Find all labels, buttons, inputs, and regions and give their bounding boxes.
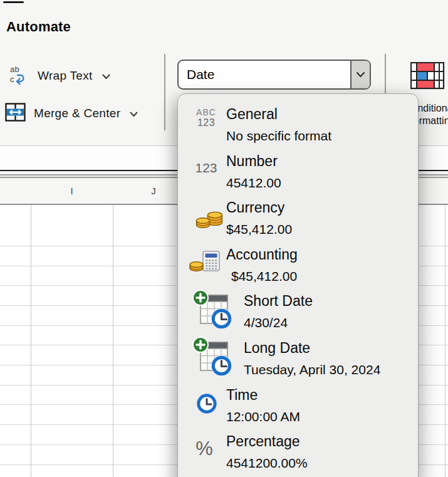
percent-icon: %: [193, 438, 216, 460]
menu-item-time[interactable]: Time 12:00:00 AM: [178, 385, 418, 432]
excel-window: { "ribbon": { "tab_label": "Automate", "…: [0, 0, 448, 477]
number-format-combobox[interactable]: Date: [177, 60, 371, 90]
menu-item-long-date[interactable]: Long Date Tuesday, April 30, 2024: [178, 338, 418, 385]
column-header-i[interactable]: I: [31, 178, 113, 204]
calculator-coin-icon: [188, 250, 224, 276]
ribbon-tab-automate[interactable]: Automate: [6, 19, 71, 35]
menu-item-currency[interactable]: Currency $45,412.00: [178, 197, 418, 244]
123-icon: 123: [194, 160, 219, 176]
chevron-down-icon: [356, 71, 365, 78]
merge-center-icon: [5, 103, 26, 125]
wrap-text-icon: ab c: [8, 64, 29, 88]
chevron-down-icon: [102, 69, 110, 83]
grid-column-line: [445, 178, 445, 477]
conditional-formatting-button[interactable]: [410, 62, 445, 92]
conditional-formatting-icon: [410, 62, 445, 90]
active-tab-underline: [3, 1, 24, 3]
merge-center-button[interactable]: Merge & Center: [5, 103, 138, 124]
coins-icon: [195, 207, 224, 231]
menu-item-percentage[interactable]: % Percentage 4541200.00%: [178, 431, 418, 477]
menu-item-accounting[interactable]: Accounting $45,412.00: [178, 244, 418, 291]
clock-icon: [196, 393, 217, 417]
chevron-down-icon: [130, 107, 138, 120]
number-format-value: Date: [179, 67, 350, 82]
calendar-clock-icon: [192, 337, 234, 379]
grid-column-line: [113, 178, 113, 477]
number-format-menu: ABC123 General No specific format 123 Nu…: [177, 93, 419, 477]
merge-center-label: Merge & Center: [34, 107, 120, 120]
abc-123-icon: ABC123: [194, 108, 218, 128]
wrap-text-label: Wrap Text: [38, 69, 93, 83]
menu-item-short-date[interactable]: Short Date 4/30/24: [178, 291, 418, 338]
calendar-clock-icon: [192, 290, 234, 332]
svg-text:ab: ab: [10, 65, 19, 74]
grid-column-line: [31, 178, 31, 477]
ribbon-group-divider: [164, 54, 165, 130]
menu-item-general[interactable]: ABC123 General No specific format: [178, 104, 418, 151]
combobox-dropdown-button[interactable]: [350, 61, 370, 88]
svg-text:c: c: [10, 75, 14, 84]
wrap-text-button[interactable]: ab c Wrap Text: [8, 65, 110, 87]
menu-item-number[interactable]: 123 Number 45412.00: [178, 151, 418, 198]
